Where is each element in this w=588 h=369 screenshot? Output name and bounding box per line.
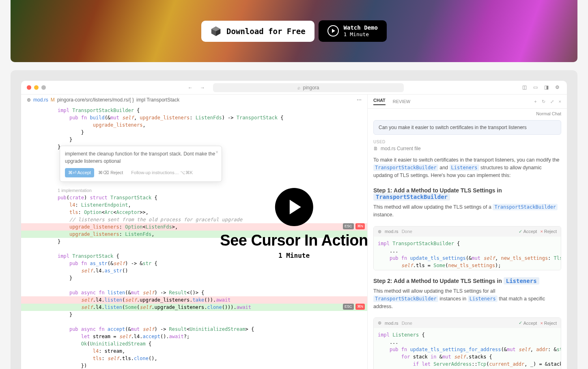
code-body: impl TransportStackBuilder { ... pub fn … <box>374 237 561 270</box>
reject-button[interactable]: ×Reject <box>540 320 557 326</box>
gear-icon[interactable]: ⚙ <box>555 84 561 91</box>
panel-left-icon[interactable]: ◫ <box>522 84 528 91</box>
overlay-subtitle: 1 Minute <box>278 252 310 259</box>
history-icon[interactable]: ↻ <box>542 99 545 104</box>
file-icon: 🗎 <box>373 146 378 151</box>
suggestion-tooltip: × implement the cleanup function for the… <box>60 146 222 182</box>
block-status: Done <box>402 321 412 326</box>
rust-icon: ⊛ <box>27 97 31 103</box>
breadcrumb-modified: M <box>51 97 55 103</box>
block-file: mod.rs <box>385 321 398 326</box>
nav-forward-icon[interactable]: → <box>200 85 205 91</box>
chat-step-2-desc: This method will allow updating the TLS … <box>368 286 567 314</box>
app-screenshot: ← → ⌕ pingora ◫ ▭ ◨ ⚙ ⊛ mod.rs M pi <box>11 70 577 369</box>
chat-message: To make it easier to switch certificates… <box>368 155 567 183</box>
hero-banner: Download for Free Watch Demo 1 Minute <box>11 0 577 62</box>
rust-icon: ⊛ <box>378 229 381 234</box>
chat-code-block-1: ⊛ mod.rs Done ✓Accept ×Reject impl Trans… <box>373 226 561 270</box>
demo-subtitle: 1 Minute <box>344 31 378 38</box>
play-overlay[interactable]: See Cursor In Action 1 Minute <box>220 188 368 259</box>
chat-step-1-desc: This method will allow updating the TLS … <box>368 202 567 223</box>
tooltip-text: implement the cleanup function for the t… <box>65 150 217 165</box>
rust-icon: ⊛ <box>378 320 381 326</box>
nav-back-icon[interactable]: ← <box>188 85 193 91</box>
chat-tabs: CHAT REVIEW + ↻ ⤢ × <box>368 95 567 109</box>
panel-right-icon[interactable]: ◨ <box>544 84 550 91</box>
reject-button[interactable]: ×Reject <box>540 229 557 234</box>
demo-title: Watch Demo <box>344 24 378 31</box>
search-icon: ⌕ <box>297 85 300 91</box>
minimize-icon[interactable] <box>34 85 39 90</box>
tab-chat[interactable]: CHAT <box>373 98 386 105</box>
titlebar: ← → ⌕ pingora ◫ ▭ ◨ ⚙ <box>21 81 567 95</box>
expand-icon[interactable]: ⤢ <box>550 99 554 104</box>
chat-step-1: Step 1: Add a Method to Update TLS Setti… <box>368 183 567 202</box>
search-input[interactable]: ⌕ pingora <box>213 83 404 92</box>
panel-bottom-icon[interactable]: ▭ <box>533 84 539 91</box>
code-body: impl Listeners { ... pub fn update_tls_s… <box>374 328 561 369</box>
more-icon[interactable]: ⋯ <box>357 97 362 103</box>
tab-review[interactable]: REVIEW <box>393 99 410 104</box>
accept-button[interactable]: ✓Accept <box>519 320 537 326</box>
chat-step-2: Step 2: Add a Method to Update TLS Setti… <box>368 274 567 286</box>
cube-icon <box>210 26 222 37</box>
block-file: mod.rs <box>385 229 398 234</box>
chat-pane: CHAT REVIEW + ↻ ⤢ × Normal Chat Can you … <box>367 95 567 369</box>
accept-button[interactable]: ✓Accept <box>519 229 537 234</box>
block-status: Done <box>402 229 412 234</box>
chat-code-block-2: ⊛ mod.rs Done ✓Accept ×Reject impl Liste… <box>373 317 561 369</box>
reject-button[interactable]: ⌘⌫ Reject <box>98 169 123 176</box>
play-icon[interactable] <box>275 188 313 226</box>
breadcrumb: ⊛ mod.rs M pingora-core/src/listeners/mo… <box>21 95 367 105</box>
watch-demo-button[interactable]: Watch Demo 1 Minute <box>319 20 387 41</box>
download-label: Download for Free <box>226 27 305 36</box>
chat-input[interactable]: Can you make it easier to switch certifi… <box>373 120 561 135</box>
plus-icon[interactable]: + <box>534 99 536 104</box>
breadcrumb-file[interactable]: mod.rs <box>33 97 48 103</box>
traffic-lights[interactable] <box>27 85 46 90</box>
breadcrumb-impl: impl TransportStack <box>136 97 179 103</box>
breadcrumb-path: pingora-core/src/listeners/mod.rs/{ } <box>57 97 134 103</box>
used-label: USED <box>368 136 567 145</box>
close-icon[interactable] <box>27 85 31 90</box>
chat-mode[interactable]: Normal Chat <box>368 109 567 119</box>
used-file[interactable]: 🗎 mod.rs Current file <box>368 145 567 155</box>
accept-button[interactable]: ⌘⏎ Accept <box>65 168 94 177</box>
search-text: pingora <box>303 85 319 91</box>
overlay-title: See Cursor In Action <box>220 232 368 249</box>
close-icon[interactable]: × <box>559 99 561 104</box>
maximize-icon[interactable] <box>41 85 46 90</box>
play-icon <box>327 25 339 37</box>
follow-up-hint: Follow-up instructions… ⌥⌘K <box>131 169 193 176</box>
close-icon[interactable]: × <box>215 149 218 156</box>
download-button[interactable]: Download for Free <box>201 21 314 42</box>
